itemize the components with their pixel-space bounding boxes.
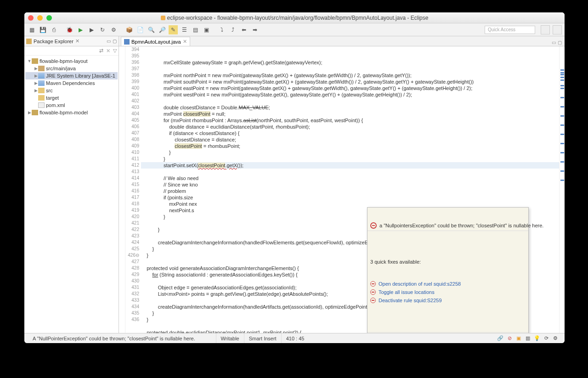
status-position: 410 : 45 — [281, 333, 309, 343]
perspective-java[interactable] — [541, 25, 550, 34]
view-header: Package Explorer✕ ▭▢ — [24, 36, 119, 46]
updates-icon[interactable]: ⟳ — [543, 335, 550, 342]
line-gutter[interactable]: 3943953963973983994004014024034044054064… — [125, 46, 141, 333]
coverage-button[interactable]: ▶ — [87, 25, 96, 34]
save-button[interactable]: 💾 — [38, 25, 47, 34]
tree-item[interactable]: ▼flowable-bpmn-layout — [25, 57, 118, 65]
prev-annotation-button[interactable]: ⤴ — [228, 25, 237, 34]
code-editor[interactable]: 3943953963973983994004014024034044054064… — [119, 46, 565, 333]
new-class-button[interactable]: 📄 — [136, 25, 145, 34]
toggle-mark-button[interactable]: ✎ — [169, 25, 178, 34]
close-tab[interactable]: ✕ — [183, 39, 187, 45]
editor-presentation-button[interactable]: ▣ — [202, 25, 211, 34]
status-insert: Smart Insert — [244, 333, 281, 343]
minimize-view[interactable]: ▭ — [107, 39, 111, 44]
tree-item[interactable]: target — [25, 94, 118, 102]
package-explorer-icon — [26, 39, 32, 44]
tree-item[interactable]: ▶Maven Dependencies — [25, 79, 118, 87]
window-title: eclipse-workspace - flowable-bpmn-layout… — [24, 15, 565, 21]
new-package-button[interactable]: 📦 — [124, 25, 134, 34]
main-toolbar: ▦ 💾 ⎙ 🐞 ▶ ▶ ↻ ⚙ 📦 📄 🔍 🔎 ✎ ☰ ▤ ▣ ⤵ ⤴ ⬅ ➡ … — [24, 23, 565, 36]
tab-label: BpmnAutoLayout.java — [131, 39, 181, 45]
collapse-all-button[interactable]: ⇄ — [99, 48, 103, 54]
perspective-other[interactable] — [553, 25, 562, 34]
back-button[interactable]: ⬅ — [239, 25, 249, 34]
build-icon[interactable]: ▥ — [524, 335, 531, 342]
package-explorer-view: Package Explorer✕ ▭▢ ⇄ ⤬ ▽ ▼flowable-bpm… — [24, 36, 119, 333]
task-button[interactable]: ☰ — [180, 25, 189, 34]
tree-item[interactable]: ▶JRE System Library [JavaSE-1 — [25, 72, 118, 79]
new-button[interactable]: ▦ — [27, 25, 36, 34]
debug-button[interactable]: 🐞 — [65, 25, 74, 34]
tooltip-footer: Press 'F2' for focus — [368, 332, 528, 333]
run-button[interactable]: ▶ — [76, 25, 85, 34]
save-all-button[interactable]: ⎙ — [49, 25, 58, 34]
workbench: Package Explorer✕ ▭▢ ⇄ ⤬ ▽ ▼flowable-bpm… — [24, 36, 565, 333]
view-title: Package Explorer — [34, 39, 74, 44]
titlebar: eclipse-workspace - flowable-bpmn-layout… — [24, 12, 565, 23]
status-trim: 🔗 ⊘ ▣ ▥ 💡 ⟳ ⚙ — [497, 335, 561, 342]
open-type-button[interactable]: 🔍 — [147, 25, 156, 34]
maximize-editor[interactable]: ▢ — [558, 40, 562, 45]
folding-ruler[interactable] — [119, 46, 125, 333]
minimize-editor[interactable]: ▭ — [552, 40, 556, 45]
quickfix-label: 3 quick fixes available: — [370, 259, 526, 265]
quick-access-input[interactable]: Quick Access — [485, 26, 535, 34]
status-bar: A "NullPointerException" could be thrown… — [24, 333, 565, 343]
editor-tab[interactable]: BpmnAutoLayout.java ✕ — [121, 37, 190, 46]
editor-area: BpmnAutoLayout.java ✕ ▭▢ 394395396397398… — [119, 36, 565, 333]
run-last-button[interactable]: ↻ — [98, 25, 107, 34]
error-icon — [370, 222, 377, 229]
status-message: A "NullPointerException" could be thrown… — [28, 333, 216, 343]
tree-item[interactable]: ▶src/main/java — [25, 65, 118, 72]
link-editor-button[interactable]: ⤬ — [106, 48, 110, 54]
view-menu-button[interactable]: ▽ — [113, 48, 117, 54]
hover-tooltip: a "NullpointersException" could be throw… — [367, 207, 529, 333]
tooltip-message: a "NullpointersException" could be throw… — [379, 222, 543, 229]
tree-item[interactable]: ▶src — [25, 87, 118, 94]
tree-item[interactable]: ▶flowable-bpmn-model — [25, 109, 118, 116]
annotation-button[interactable]: ▤ — [191, 25, 200, 34]
sonar-error-icon[interactable]: ⊘ — [506, 335, 513, 342]
project-tree[interactable]: ▼flowable-bpmn-layout▶src/main/java▶JRE … — [24, 56, 119, 333]
source-text[interactable]: mxCellState gatewayState = graph.getView… — [141, 46, 559, 333]
tip-icon[interactable]: 💡 — [533, 335, 541, 342]
overview-ruler[interactable] — [559, 46, 565, 333]
progress-icon[interactable]: ⚙ — [552, 335, 559, 342]
forward-button[interactable]: ➡ — [250, 25, 260, 34]
tree-item[interactable]: pom.xml — [25, 102, 118, 109]
app-window: eclipse-workspace - flowable-bpmn-layout… — [24, 12, 565, 343]
close-view[interactable]: ✕ — [75, 38, 79, 44]
editor-tabbar: BpmnAutoLayout.java ✕ ▭▢ — [119, 36, 565, 46]
status-writable: Writable — [216, 333, 244, 343]
external-tools-button[interactable]: ⚙ — [109, 25, 118, 34]
view-toolbar: ⇄ ⤬ ▽ — [24, 46, 119, 56]
search-button[interactable]: 🔎 — [158, 25, 167, 34]
next-annotation-button[interactable]: ⤵ — [217, 25, 226, 34]
quickfix-item[interactable]: Toggle all issue locations — [370, 288, 526, 296]
quickfix-item[interactable]: Deactivate rule squid:S2259 — [370, 296, 526, 305]
java-file-icon — [124, 39, 130, 45]
quickfix-item[interactable]: Open description of ruel squid:s2258 — [370, 280, 526, 288]
java-file-icon — [161, 16, 165, 20]
maximize-view[interactable]: ▢ — [113, 39, 117, 44]
link-icon[interactable]: 🔗 — [497, 335, 504, 342]
feed-icon[interactable]: ▣ — [515, 335, 522, 342]
